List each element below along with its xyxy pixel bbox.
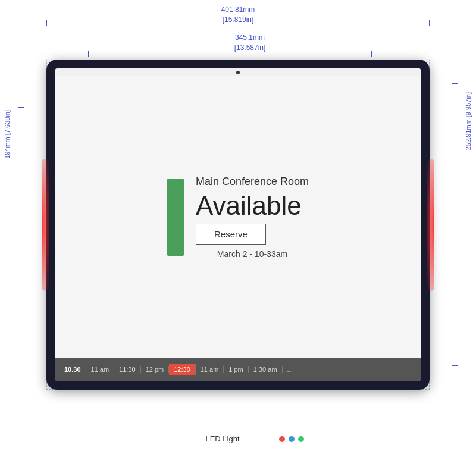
- timeline-item: 12 pm: [141, 366, 170, 373]
- led-line-left: [172, 439, 202, 439]
- timeline-item: 11:30: [114, 366, 141, 373]
- left-height-label: 194mm [7.638in]: [3, 110, 39, 159]
- led-glow-left: [42, 159, 49, 291]
- led-line-right: [243, 439, 273, 439]
- led-dot: [289, 436, 295, 442]
- timeline-item: 12:30: [169, 364, 196, 375]
- inner-width-line: [88, 54, 372, 54]
- device-frame: Main Conference Room Available Reserve M…: [46, 60, 430, 390]
- led-bottom-section: LED Light: [0, 434, 476, 443]
- right-height-label: 252.91mm [9.957in]: [437, 92, 473, 150]
- led-dot: [298, 436, 304, 442]
- timeline-item: 1:30 am: [249, 366, 283, 373]
- led-light-label: LED Light: [205, 434, 239, 443]
- device-screen: Main Conference Room Available Reserve M…: [55, 68, 421, 381]
- inner-width-label: 345.1mm [13.587in]: [95, 33, 405, 53]
- timeline-item: 10.30: [60, 366, 86, 373]
- timeline-item: 11 am: [196, 366, 224, 373]
- date-text: March 2 - 10-33am: [196, 249, 309, 259]
- room-name: Main Conference Room: [196, 176, 309, 188]
- timeline-item: 11 am: [86, 366, 115, 373]
- screen-content: Main Conference Room Available Reserve M…: [55, 76, 421, 358]
- led-glow-right: [427, 159, 434, 291]
- status-bar-green: [167, 178, 184, 256]
- status-text: Available: [196, 193, 309, 219]
- reserve-button[interactable]: Reserve: [196, 224, 266, 245]
- camera-dot: [236, 71, 240, 74]
- timeline-bar: 10.3011 am11:3012 pm12:3011 am1 pm1:30 a…: [55, 358, 421, 381]
- outer-width-label: 401.81mm [15.819in]: [60, 5, 416, 25]
- text-area: Main Conference Room Available Reserve M…: [196, 176, 309, 259]
- timeline-item: 1 pm: [224, 366, 248, 373]
- led-dot: [279, 436, 285, 442]
- timeline-item: ...: [283, 366, 298, 373]
- led-dots: [279, 436, 304, 442]
